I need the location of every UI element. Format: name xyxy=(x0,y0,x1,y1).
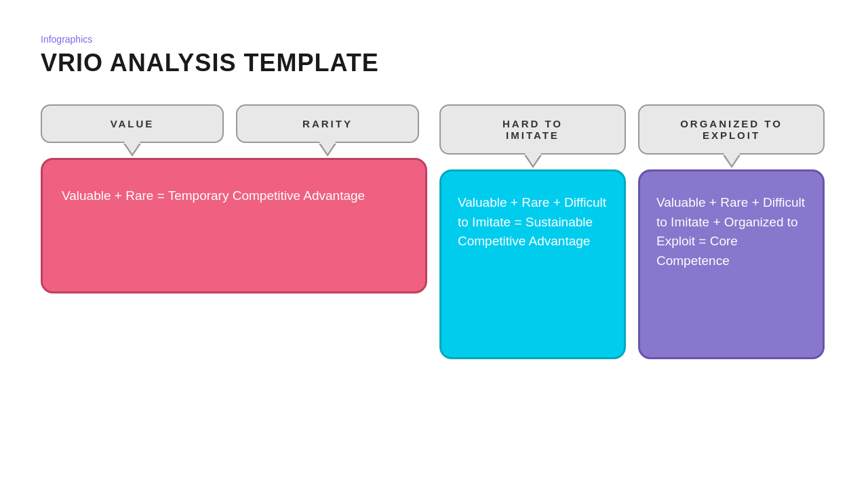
pink-body: Valuable + Rare = Temporary Competitive … xyxy=(41,158,427,293)
header: Infographics VRIO ANALYSIS TEMPLATE xyxy=(41,34,827,77)
subtitle: Infographics xyxy=(41,34,827,45)
card-organized-to-exploit: ORGANIZED TO EXPLOIT Valuable + Rare + D… xyxy=(638,104,825,359)
pink-labels-row: VALUE RARITY xyxy=(41,104,427,143)
value-label: VALUE xyxy=(111,118,155,129)
pink-body-text: Valuable + Rare = Temporary Competitive … xyxy=(62,187,406,205)
purple-body: Valuable + Rare + Difficult to Imitate +… xyxy=(638,169,825,359)
cards-container: VALUE RARITY Valuable + Rare = Temporary… xyxy=(41,104,827,359)
page-title: VRIO ANALYSIS TEMPLATE xyxy=(41,49,827,77)
cyan-body-text: Valuable + Rare + Difficult to Imitate =… xyxy=(458,193,608,251)
organized-to-exploit-bubble: ORGANIZED TO EXPLOIT xyxy=(638,104,825,155)
hard-to-imitate-bubble: HARD TO IMITATE xyxy=(439,104,626,155)
cyan-body: Valuable + Rare + Difficult to Imitate =… xyxy=(439,169,626,359)
page: Infographics VRIO ANALYSIS TEMPLATE VALU… xyxy=(0,0,868,488)
organized-to-exploit-label: ORGANIZED TO EXPLOIT xyxy=(680,118,783,141)
card-group-pink: VALUE RARITY Valuable + Rare = Temporary… xyxy=(41,104,427,293)
hard-to-imitate-label: HARD TO IMITATE xyxy=(502,118,563,141)
rarity-bubble: RARITY xyxy=(236,104,419,143)
purple-body-text: Valuable + Rare + Difficult to Imitate +… xyxy=(656,193,806,270)
value-bubble: VALUE xyxy=(41,104,224,143)
card-hard-to-imitate: HARD TO IMITATE Valuable + Rare + Diffic… xyxy=(439,104,626,359)
rarity-label: RARITY xyxy=(302,118,353,129)
